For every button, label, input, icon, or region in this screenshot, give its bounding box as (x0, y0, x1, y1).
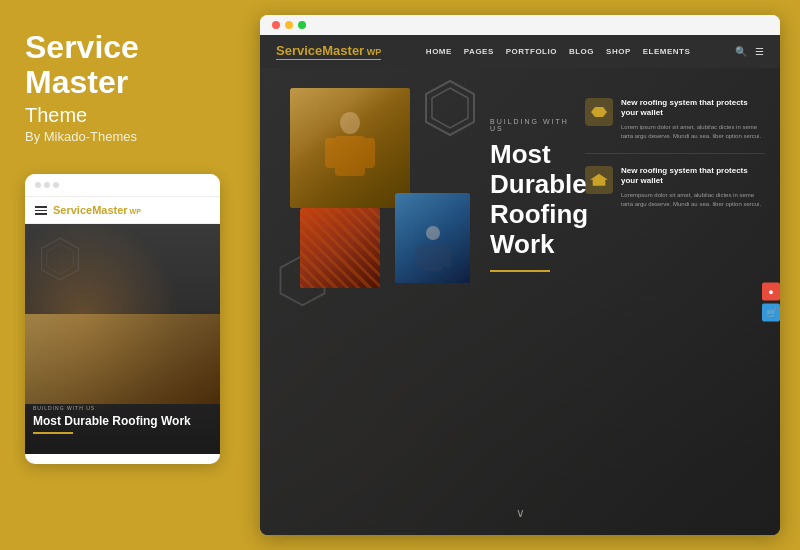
mobile-mockup: ServiceMaster WP BUILDING WITH US Most D… (25, 174, 220, 464)
hex-icon-1 (591, 107, 607, 117)
mobile-hero-title: Most Durable Roofing Work (33, 414, 212, 428)
photo-card-2 (300, 208, 380, 288)
right-panel: ServiceMaster WP HOME PAGES PORTFOLIO BL… (250, 0, 800, 550)
nav-link-blog[interactable]: BLOG (569, 47, 594, 56)
svg-rect-9 (423, 243, 443, 271)
theme-title: Service Master (25, 30, 225, 100)
mobile-title-bar (25, 174, 220, 197)
scroll-indicator: ∨ (516, 506, 525, 520)
hero-label: BUILDING WITH US (490, 118, 580, 132)
mobile-dot-1 (35, 182, 41, 188)
feature-title-2: New roofing system that protects your wa… (621, 166, 765, 187)
theme-author: By Mikado-Themes (25, 129, 225, 144)
svg-point-4 (340, 112, 360, 134)
svg-marker-1 (47, 244, 74, 274)
right-edge-buttons: ● 🛒 (762, 282, 780, 321)
mobile-hex-pattern (35, 234, 85, 284)
svg-point-8 (426, 226, 440, 240)
desktop-nav-links: HOME PAGES PORTFOLIO BLOG SHOP ELEMENTS (426, 47, 690, 56)
theme-title-block: Service Master Theme By Mikado-Themes (25, 30, 225, 144)
mobile-dot-3 (53, 182, 59, 188)
left-panel: Service Master Theme By Mikado-Themes Se… (0, 0, 250, 550)
nav-link-shop[interactable]: SHOP (606, 47, 631, 56)
feature-divider (585, 153, 765, 154)
desktop-hero: BUILDING WITH US Most Durable Roofing Wo… (260, 68, 780, 535)
feature-text-1: New roofing system that protects your wa… (621, 98, 765, 141)
photo-card-3 (395, 193, 470, 283)
search-icon[interactable]: 🔍 (735, 46, 747, 57)
feature-title-1: New roofing system that protects your wa… (621, 98, 765, 119)
nav-link-elements[interactable]: ELEMENTS (643, 47, 691, 56)
mobile-content: BUILDING WITH US Most Durable Roofing Wo… (25, 224, 220, 454)
svg-rect-5 (335, 136, 365, 176)
hex-decor-top (420, 78, 480, 138)
desktop-dot-yellow (285, 21, 293, 29)
hero-text-area: BUILDING WITH US Most Durable Roofing Wo… (490, 118, 580, 292)
mobile-traffic-lights (35, 182, 59, 188)
photo-card-main (290, 88, 410, 208)
theme-subtitle: Theme (25, 104, 225, 127)
nav-link-home[interactable]: HOME (426, 47, 452, 56)
mobile-dot-2 (44, 182, 50, 188)
desktop-nav-icons: 🔍 ☰ (735, 46, 764, 57)
feature-item-1: New roofing system that protects your wa… (585, 98, 765, 141)
hamburger-line-3 (35, 213, 47, 215)
svg-marker-2 (426, 81, 474, 135)
edge-btn-blue[interactable]: 🛒 (762, 303, 780, 321)
mobile-building-label: BUILDING WITH US (33, 405, 212, 411)
feature-list: New roofing system that protects your wa… (585, 98, 765, 209)
desktop-title-bar (260, 15, 780, 35)
feature-body-2: Lorempsum dolor sit amet, alubilac dicte… (621, 191, 765, 209)
desktop-mockup: ServiceMaster WP HOME PAGES PORTFOLIO BL… (260, 15, 780, 535)
svg-rect-10 (415, 245, 424, 267)
desktop-dot-green (298, 21, 306, 29)
mobile-text-overlay: BUILDING WITH US Most Durable Roofing Wo… (33, 405, 212, 434)
feature-icon-2 (585, 166, 613, 194)
mobile-worker-image (25, 314, 220, 404)
mobile-nav-bar: ServiceMaster WP (25, 197, 220, 224)
feature-item-2: New roofing system that protects your wa… (585, 166, 765, 209)
desktop-logo: ServiceMaster WP (276, 43, 381, 60)
svg-rect-6 (325, 138, 337, 168)
mobile-hero-underline (33, 432, 73, 434)
hamburger-line-1 (35, 206, 47, 208)
worker-silhouette-1 (290, 88, 410, 208)
roof-icon-2 (590, 174, 608, 186)
edge-btn-red[interactable]: ● (762, 282, 780, 300)
svg-rect-11 (442, 245, 451, 267)
hamburger-icon (35, 206, 47, 215)
logo-underline (276, 59, 381, 60)
photo-collage (290, 88, 470, 288)
svg-marker-3 (432, 88, 468, 128)
menu-icon[interactable]: ☰ (755, 46, 764, 57)
desktop-dot-red (272, 21, 280, 29)
mobile-logo: ServiceMaster WP (53, 204, 141, 216)
tile-texture (300, 208, 380, 288)
desktop-nav: ServiceMaster WP HOME PAGES PORTFOLIO BL… (260, 35, 780, 68)
feature-text-2: New roofing system that protects your wa… (621, 166, 765, 209)
hero-underline (490, 270, 550, 272)
feature-body-1: Lorem ipsum dolor sit amet, alubilac dic… (621, 123, 765, 141)
worker-silhouette-3 (395, 193, 470, 283)
hero-title: Most Durable Roofing Work (490, 140, 580, 260)
nav-link-portfolio[interactable]: PORTFOLIO (506, 47, 557, 56)
nav-link-pages[interactable]: PAGES (464, 47, 494, 56)
hamburger-line-2 (35, 210, 47, 212)
feature-icon-1 (585, 98, 613, 126)
svg-rect-7 (363, 138, 375, 168)
